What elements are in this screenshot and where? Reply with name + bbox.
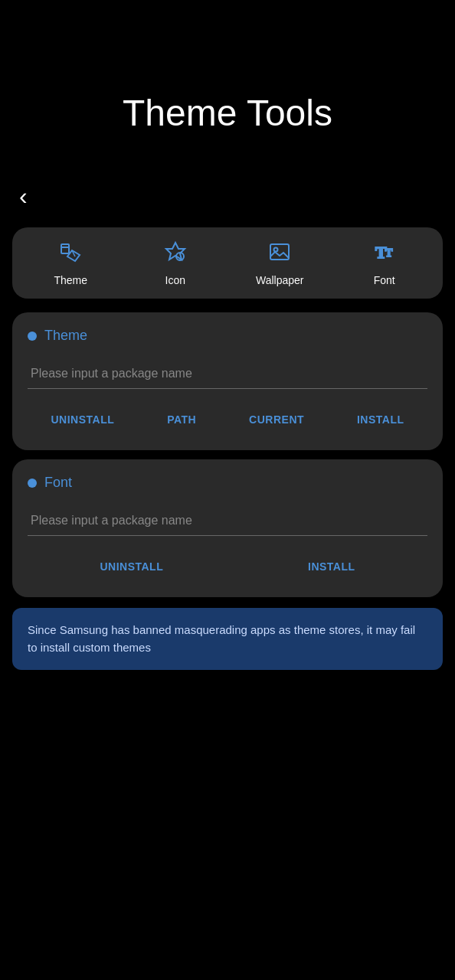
font-install-button[interactable]: INSTALL	[305, 554, 358, 579]
font-section-title: Font	[44, 475, 72, 491]
theme-install-button[interactable]: INSTALL	[354, 407, 408, 432]
theme-action-buttons: UNINSTALL PATH CURRENT INSTALL	[28, 407, 427, 432]
tab-item-theme[interactable]: Theme	[18, 240, 123, 286]
back-button-row: ‹	[0, 180, 455, 220]
theme-package-input[interactable]	[28, 359, 427, 389]
svg-text:T: T	[385, 247, 393, 259]
tab-label-wallpaper: Wallpaper	[256, 274, 304, 286]
theme-section: Theme UNINSTALL PATH CURRENT INSTALL	[12, 312, 443, 450]
theme-icon	[58, 240, 83, 268]
font-uninstall-button[interactable]: UNINSTALL	[97, 554, 166, 579]
page-container: Theme Tools ‹ Theme	[0, 0, 455, 980]
icon-icon	[163, 240, 188, 268]
theme-section-title: Theme	[44, 328, 87, 344]
tab-bar: Theme Icon Wallpaper	[12, 227, 443, 299]
tab-item-icon[interactable]: Icon	[123, 240, 228, 286]
theme-section-header: Theme	[28, 328, 427, 344]
notice-text: Since Samsung has banned masquerading ap…	[28, 622, 427, 656]
page-title: Theme Tools	[123, 92, 332, 134]
tab-item-wallpaper[interactable]: Wallpaper	[228, 240, 332, 286]
theme-path-button[interactable]: PATH	[164, 407, 199, 432]
tab-item-font[interactable]: T T Font	[332, 240, 437, 286]
tab-label-icon: Icon	[165, 274, 185, 286]
tab-label-theme: Theme	[54, 274, 87, 286]
font-section-header: Font	[28, 475, 427, 491]
font-package-input[interactable]	[28, 506, 427, 536]
font-icon: T T	[372, 240, 397, 268]
font-action-buttons: UNINSTALL INSTALL	[28, 554, 427, 579]
tab-label-font: Font	[374, 274, 395, 286]
svg-rect-0	[61, 244, 69, 253]
header-section: Theme Tools	[0, 0, 455, 180]
theme-dot	[28, 332, 37, 341]
theme-uninstall-button[interactable]: UNINSTALL	[47, 407, 117, 432]
font-dot	[28, 479, 37, 488]
back-button[interactable]: ‹	[15, 180, 31, 212]
notice-banner: Since Samsung has banned masquerading ap…	[12, 608, 443, 670]
font-section: Font UNINSTALL INSTALL	[12, 459, 443, 597]
svg-marker-1	[166, 243, 185, 260]
svg-rect-3	[270, 244, 289, 260]
wallpaper-icon	[267, 240, 292, 268]
svg-point-4	[274, 248, 278, 252]
theme-current-button[interactable]: CURRENT	[246, 407, 307, 432]
